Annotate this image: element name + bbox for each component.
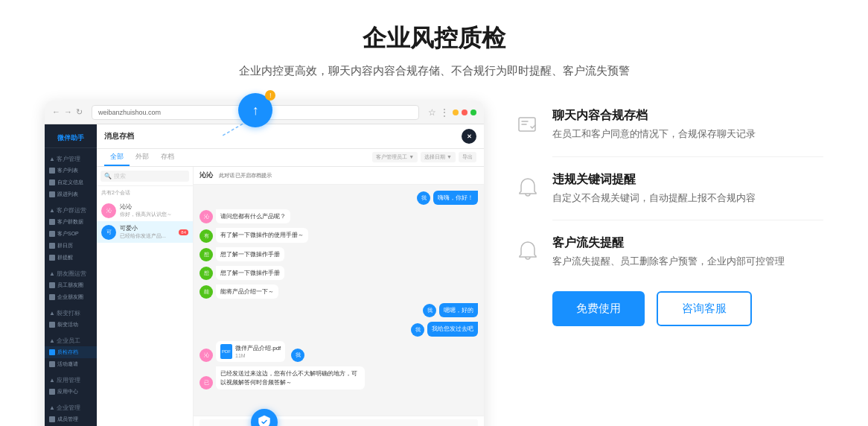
chat-search: 🔍 搜索 bbox=[97, 167, 193, 186]
star-icon[interactable]: ☆ bbox=[428, 107, 436, 118]
message-incoming-5: 能 能将产品介绍一下～ bbox=[200, 284, 478, 299]
avatar-file-receiver: 我 bbox=[291, 349, 304, 362]
avatar-file-sender: 沁 bbox=[200, 349, 213, 362]
tab-archive[interactable]: 存档 bbox=[155, 149, 180, 166]
dot-green bbox=[470, 109, 476, 115]
consult-button[interactable]: 咨询客服 bbox=[657, 291, 752, 326]
message-outgoing-1: 嗨嗨，你好！ 我 bbox=[200, 191, 478, 205]
sidebar-item-fission[interactable]: 裂变活动 bbox=[45, 319, 97, 331]
chat-item-qinqin[interactable]: 沁 沁沁 你好，很高兴认识您～ bbox=[97, 200, 193, 221]
feature-text-loss: 客户流失提醒 客户流失提醒、员工删除客户预警，企业内部可控管理 bbox=[552, 235, 823, 269]
sidebar-item-staff-moments[interactable]: 员工朋友圈 bbox=[45, 279, 97, 291]
chat-archive-icon bbox=[514, 109, 542, 138]
app-sidebar: 微伴助手 ▲ 客户管理 客户列表 自定义信息 bbox=[45, 124, 97, 426]
free-use-button[interactable]: 免费使用 bbox=[552, 291, 645, 326]
message-incoming-3: 想 想了解一下微操作手册 bbox=[200, 247, 478, 261]
message-incoming-1: 沁 请问您都有什么产品呢？ bbox=[200, 209, 478, 223]
tab-external[interactable]: 外部 bbox=[130, 149, 155, 166]
sidebar-item-group-data[interactable]: 客户群数据 bbox=[45, 216, 97, 228]
feature-keyword-alert: 违规关键词提醒 自定义不合规关键词，自动提醒上报不合规内容 bbox=[514, 172, 823, 206]
sidebar-section-corp-mgmt: ▲ 企业管理 bbox=[45, 402, 97, 413]
divider-2 bbox=[552, 220, 823, 220]
app-content: 微伴助手 ▲ 客户管理 客户列表 自定义信息 bbox=[45, 124, 484, 426]
page-title: 企业风控质检 bbox=[45, 22, 823, 55]
avatar-self-2: 我 bbox=[423, 304, 436, 317]
back-icon[interactable]: ← bbox=[52, 107, 60, 117]
browser-actions: ☆ ⋮ bbox=[428, 107, 476, 118]
sidebar-item-calendar[interactable]: 群日历 bbox=[45, 240, 97, 252]
panel-body: 🔍 搜索 共有2个会话 沁 bbox=[97, 167, 484, 426]
chat-window: 沁沁 此对话 已开启存档提示 嗨嗨，你好！ 我 bbox=[194, 167, 484, 426]
cta-section: 免费使用 咨询客服 bbox=[514, 291, 823, 326]
message-file: 沁 PDF 微伴产品介绍.pdf 11M bbox=[200, 341, 478, 363]
feature-chat-archive: 聊天内容合规存档 在员工和客户同意的情况下，合规保存聊天记录 bbox=[514, 108, 823, 142]
feature-text-keyword: 违规关键词提醒 自定义不合规关键词，自动提醒上报不合规内容 bbox=[552, 172, 823, 206]
dot-red bbox=[462, 109, 467, 115]
main-panel: 消息存档 ✕ 全部 外部 存档 客户 bbox=[97, 124, 484, 426]
browser-nav: ← → ↻ bbox=[52, 107, 83, 117]
keyword-alert-icon bbox=[514, 174, 542, 202]
sidebar-item-custom-info[interactable]: 自定义信息 bbox=[45, 177, 97, 188]
panel-tabs: 全部 外部 存档 客户管理员工 ▼ 选择日期 ▼ 导出 bbox=[97, 149, 484, 167]
message-outgoing-3: 我给您发过去吧 我 bbox=[200, 322, 478, 336]
sidebar-item-sop[interactable]: 客户SOP bbox=[45, 228, 97, 240]
forward-icon[interactable]: → bbox=[64, 107, 72, 117]
dot-yellow bbox=[453, 109, 459, 115]
features-section: 聊天内容合规存档 在员工和客户同意的情况下，合规保存聊天记录 违规关键词提醒 自… bbox=[514, 101, 823, 326]
chat-list: 🔍 搜索 共有2个会话 沁 bbox=[97, 167, 194, 426]
sidebar-item-customer-list[interactable]: 客户列表 bbox=[45, 165, 97, 177]
file-icon: PDF bbox=[220, 344, 232, 359]
sidebar-section-enterprise: ▲ 企业员工 bbox=[45, 335, 97, 346]
chat-header: 沁沁 此对话 已开启存档提示 bbox=[194, 167, 484, 185]
feature-customer-loss: 客户流失提醒 客户流失提醒、员工删除客户预警，企业内部可控管理 bbox=[514, 235, 823, 269]
date-filter[interactable]: 选择日期 ▼ bbox=[421, 152, 456, 162]
feature-text-archive: 聊天内容合规存档 在员工和客户同意的情况下，合规保存聊天记录 bbox=[552, 108, 823, 142]
avatar-self-3: 我 bbox=[411, 323, 424, 337]
avatar-active: 可 bbox=[101, 225, 116, 240]
export-button[interactable]: 导出 bbox=[459, 152, 476, 162]
panel-header: 消息存档 ✕ bbox=[97, 124, 484, 149]
upload-badge: ! bbox=[265, 90, 275, 101]
message-incoming-2: 有 有了解一下微操作的使用手册～ bbox=[200, 228, 478, 242]
sidebar-section-app: ▲ 应用管理 bbox=[45, 375, 97, 386]
sidebar-item-remind[interactable]: 群提醒 bbox=[45, 252, 97, 264]
avatar-qinqin: 沁 bbox=[101, 203, 116, 218]
avatar-other: 沁 bbox=[200, 210, 213, 223]
sidebar-item-members[interactable]: 成员管理 bbox=[45, 413, 97, 425]
chat-list-header: 共有2个会话 bbox=[97, 186, 193, 200]
message-incoming-4: 想 想了解一下微操作手册 bbox=[200, 266, 478, 280]
avatar-other-2: 有 bbox=[200, 229, 213, 243]
customer-loss-icon bbox=[514, 237, 542, 265]
menu-icon[interactable]: ⋮ bbox=[440, 107, 449, 118]
reload-icon[interactable]: ↻ bbox=[76, 107, 83, 117]
chat-info-active: 可爱小 已经给你发送产品... bbox=[120, 224, 175, 240]
sidebar-section-group: ▲ 客户群运营 bbox=[45, 205, 97, 216]
chat-messages: 嗨嗨，你好！ 我 沁 bbox=[194, 185, 484, 416]
message-outgoing-2: 嗯嗯，好的 我 bbox=[200, 303, 478, 317]
tab-all[interactable]: 全部 bbox=[104, 149, 130, 166]
avatar-self: 我 bbox=[417, 191, 430, 205]
unread-badge: 84 bbox=[179, 229, 188, 235]
sidebar-item-archive[interactable]: 质检存档 bbox=[45, 346, 97, 358]
message-incoming-last: 已 已经发送过来这边，您有什么不大解明确的地方，可以视频解答何时音频答解～ bbox=[200, 366, 478, 389]
chat-item-active[interactable]: 可 可爱小 已经给你发送产品... 84 bbox=[97, 221, 193, 243]
avatar-other-4: 想 bbox=[200, 267, 213, 280]
chat-input[interactable]: 输入消息... bbox=[200, 419, 478, 426]
sidebar-item-app-center[interactable]: 应用中心 bbox=[45, 386, 97, 398]
sidebar-section-moments: ▲ 朋友圈运营 bbox=[45, 268, 97, 279]
avatar-other-3: 想 bbox=[200, 248, 213, 261]
sidebar-section-customer: ▲ 客户管理 bbox=[45, 153, 97, 165]
sidebar-item-corp-moments[interactable]: 企业朋友圈 bbox=[45, 291, 97, 303]
close-button[interactable]: ✕ bbox=[462, 129, 476, 144]
app-logo: 微伴助手 bbox=[45, 130, 97, 148]
avatar-other-5: 能 bbox=[200, 285, 213, 299]
filter-button[interactable]: 客户管理员工 ▼ bbox=[372, 152, 418, 162]
sidebar-item-follow[interactable]: 跟进列表 bbox=[45, 188, 97, 200]
upload-button[interactable]: ↑ ! bbox=[238, 93, 272, 127]
chat-info-qinqin: 沁沁 你好，很高兴认识您～ bbox=[120, 203, 188, 218]
chat-footer: 输入消息... bbox=[194, 416, 484, 426]
browser-mockup: ← → ↻ weibanzhuishou.com ☆ ⋮ bbox=[45, 101, 484, 426]
sidebar-item-invite[interactable]: 活动邀请 bbox=[45, 358, 97, 370]
page-subtitle: 企业内控更高效，聊天内容内容合规存储、不合规行为即时提醒、客户流失预警 bbox=[45, 64, 823, 78]
avatar-last: 已 bbox=[200, 376, 213, 390]
